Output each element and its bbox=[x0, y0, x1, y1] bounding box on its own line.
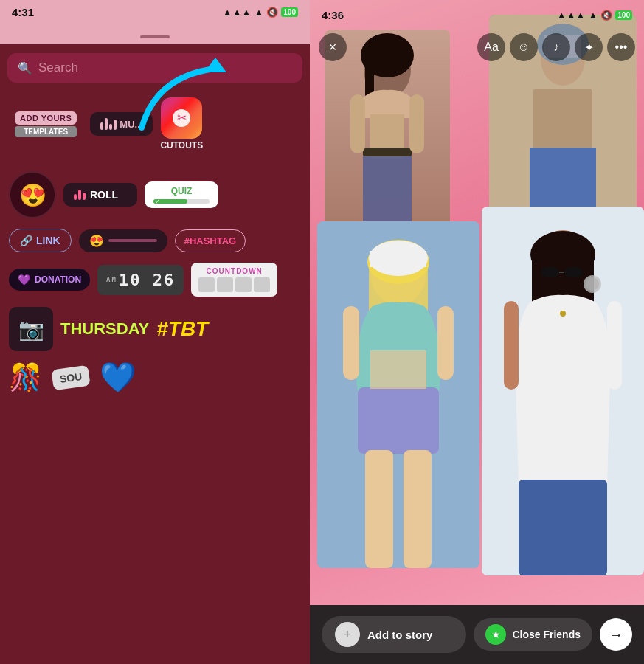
slider-track bbox=[108, 239, 157, 242]
poll-bar-1 bbox=[74, 194, 77, 200]
search-icon: 🔍 bbox=[18, 61, 32, 75]
sticker-slider[interactable]: 😍 bbox=[79, 229, 167, 252]
sticker-row-2: 😍 ROLL QUIZ ✓ bbox=[9, 171, 301, 218]
effects-tool-button[interactable]: ✦ bbox=[575, 33, 603, 61]
toolbar-tools: Aa ☺ ♪ ✦ ••• bbox=[477, 33, 635, 61]
left-phone: 4:31 ▲▲▲ ▲ 🔇 100 🔍 Search ADD YOURS TEMP… bbox=[0, 0, 310, 664]
sticker-row-1: ADD YOURS TEMPLATES MU... ✂ bbox=[9, 97, 301, 151]
svg-rect-28 bbox=[404, 450, 432, 568]
countdown-boxes bbox=[198, 277, 270, 292]
svg-rect-23 bbox=[358, 387, 439, 454]
templates-label: TEMPLATES bbox=[15, 126, 77, 137]
user-avatar: + bbox=[335, 622, 360, 647]
music-note-icon: ♪ bbox=[553, 41, 559, 54]
sticker-emoji[interactable]: 😍 bbox=[9, 171, 56, 218]
music-bar-1 bbox=[100, 122, 103, 130]
text-tool-button[interactable]: Aa bbox=[477, 33, 505, 61]
svg-rect-9 bbox=[350, 94, 365, 153]
sticker-tool-button[interactable]: ☺ bbox=[510, 33, 538, 61]
right-wifi-icon: ▲ bbox=[588, 10, 598, 21]
link-icon: 🔗 bbox=[20, 235, 32, 246]
text-icon: Aa bbox=[484, 41, 499, 54]
svg-rect-25 bbox=[343, 306, 359, 380]
sticker-donation[interactable]: 💜 DONATION bbox=[9, 269, 90, 291]
countdown-box-2 bbox=[217, 277, 233, 292]
music-label: MU... bbox=[120, 119, 142, 130]
add-story-label: Add to story bbox=[367, 629, 432, 641]
camera-icon: 📷 bbox=[18, 317, 44, 342]
sticker-thursday[interactable]: THURSDAY bbox=[60, 319, 149, 339]
left-time: 4:31 bbox=[12, 6, 34, 18]
quiz-bar: ✓ bbox=[153, 199, 210, 204]
music-bar-2 bbox=[105, 118, 108, 130]
sticker-music[interactable]: MU... bbox=[90, 112, 153, 136]
battery-badge: 100 bbox=[281, 7, 298, 17]
sticker-cutouts[interactable]: ✂ CUTOUTS bbox=[160, 97, 203, 151]
sticker-poll[interactable]: ROLL bbox=[63, 183, 137, 207]
drag-handle bbox=[140, 35, 170, 38]
right-signal-icon: ▲▲▲ bbox=[557, 10, 586, 21]
svg-rect-22 bbox=[370, 251, 426, 267]
sticker-confetti[interactable]: 🎊 bbox=[9, 362, 42, 393]
poll-bar-2 bbox=[78, 190, 81, 200]
sticker-countdown[interactable]: COUNTDOWN bbox=[191, 263, 277, 297]
svg-rect-37 bbox=[519, 480, 607, 575]
celeb-photo-3 bbox=[317, 221, 479, 568]
sou-label: SOU bbox=[59, 370, 83, 384]
svg-rect-24 bbox=[370, 350, 426, 389]
wifi-icon: ▲ bbox=[254, 7, 263, 18]
sticker-link[interactable]: 🔗 LINK bbox=[9, 229, 72, 252]
music-tool-button[interactable]: ♪ bbox=[542, 33, 570, 61]
clock-am: AM bbox=[106, 276, 117, 283]
mute-icon: 🔇 bbox=[266, 7, 278, 18]
svg-point-36 bbox=[560, 311, 566, 317]
sticker-quiz[interactable]: QUIZ ✓ bbox=[145, 181, 218, 208]
bottom-bar: + Add to story ★ Close Friends → bbox=[310, 605, 644, 664]
slider-emoji-icon: 😍 bbox=[89, 234, 104, 248]
search-input[interactable]: Search bbox=[38, 60, 78, 75]
svg-rect-34 bbox=[564, 267, 583, 277]
close-icon: × bbox=[329, 40, 337, 55]
send-arrow-icon: → bbox=[609, 626, 623, 643]
hashtag-label: #HASHTAG bbox=[184, 235, 237, 246]
more-tool-button[interactable]: ••• bbox=[607, 33, 635, 61]
cutouts-icon: ✂ bbox=[161, 97, 202, 139]
quiz-check-icon: ✓ bbox=[155, 198, 160, 205]
sticker-row-3: 🔗 LINK 😍 #HASHTAG bbox=[9, 229, 301, 252]
close-friends-button[interactable]: ★ Close Friends bbox=[474, 618, 592, 651]
right-phone: 4:36 ▲▲▲ ▲ 🔇 100 × Aa ☺ ♪ ✦ ••• bbox=[310, 0, 644, 664]
sticker-sou[interactable]: SOU bbox=[51, 364, 91, 390]
sticker-row-4: 💜 DONATION AM 10 26 COUNTDOWN bbox=[9, 263, 301, 297]
celeb-photo-4 bbox=[482, 207, 644, 575]
svg-rect-27 bbox=[365, 450, 393, 568]
send-button[interactable]: → bbox=[600, 618, 632, 651]
sticker-hashtag[interactable]: #HASHTAG bbox=[175, 229, 246, 252]
sticker-add-yours[interactable]: ADD YOURS TEMPLATES bbox=[9, 108, 83, 140]
close-button[interactable]: × bbox=[319, 33, 347, 61]
countdown-box-1 bbox=[198, 277, 215, 292]
left-top-bar: 4:31 ▲▲▲ ▲ 🔇 100 bbox=[0, 0, 310, 44]
svg-rect-39 bbox=[607, 301, 622, 390]
sticker-icon: ☺ bbox=[518, 41, 530, 54]
donation-label: DONATION bbox=[35, 274, 81, 285]
quiz-bar-fill: ✓ bbox=[153, 199, 187, 204]
effects-icon: ✦ bbox=[584, 41, 594, 55]
left-status-icons: ▲▲▲ ▲ 🔇 100 bbox=[223, 7, 298, 18]
music-bar-3 bbox=[109, 124, 112, 130]
sticker-camera[interactable]: 📷 bbox=[9, 307, 53, 351]
right-time: 4:36 bbox=[322, 9, 344, 21]
add-story-button[interactable]: + Add to story bbox=[322, 616, 466, 653]
svg-rect-10 bbox=[409, 94, 424, 153]
search-bar[interactable]: 🔍 Search bbox=[7, 53, 302, 83]
sticker-tbt[interactable]: #TBT bbox=[156, 317, 208, 341]
donation-heart-icon: 💜 bbox=[18, 274, 30, 286]
more-icon: ••• bbox=[615, 41, 628, 54]
sticker-heart[interactable]: 💙 bbox=[100, 360, 136, 395]
right-battery-badge: 100 bbox=[615, 10, 632, 20]
cutouts-label: CUTOUTS bbox=[160, 140, 203, 151]
sticker-clock[interactable]: AM 10 26 bbox=[97, 265, 184, 295]
bottom-sticker-row: 🎊 SOU 💙 bbox=[0, 357, 310, 398]
right-status-icons: ▲▲▲ ▲ 🔇 100 bbox=[557, 10, 632, 21]
countdown-label: COUNTDOWN bbox=[207, 267, 263, 275]
close-friends-icon: ★ bbox=[485, 624, 506, 645]
